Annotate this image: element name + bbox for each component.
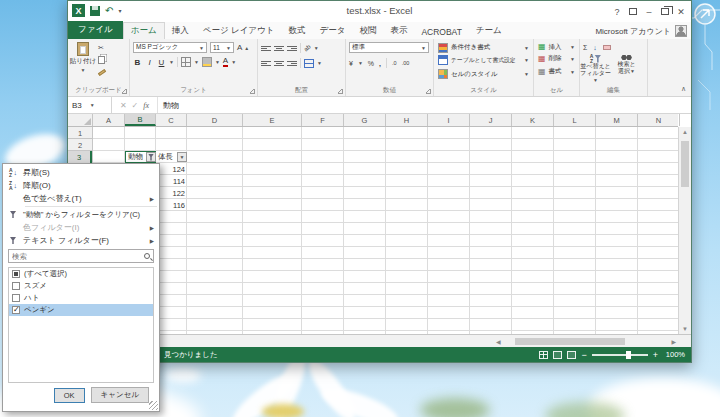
scroll-down-icon[interactable]: ▼	[679, 326, 691, 332]
user-avatar[interactable]	[675, 25, 687, 37]
suzume-checkbox[interactable]	[12, 282, 20, 290]
tab-file[interactable]: ファイル	[68, 21, 123, 39]
column-header-c[interactable]: C	[156, 114, 187, 126]
close-button[interactable]: ✕	[673, 7, 689, 17]
zoom-out-icon[interactable]: −	[581, 350, 586, 360]
formula-input[interactable]: 動物	[158, 97, 691, 113]
cancel-entry-icon[interactable]: ✕	[120, 101, 127, 110]
vertical-scrollbar[interactable]: ▲ ▼	[678, 127, 691, 334]
vertical-scroll-thumb[interactable]	[681, 141, 689, 187]
filter-item-hato[interactable]: ハト	[9, 292, 153, 304]
filter-search-input[interactable]	[8, 249, 154, 263]
column-header-e[interactable]: E	[243, 114, 302, 126]
column-header-g[interactable]: G	[344, 114, 386, 126]
hato-checkbox[interactable]	[12, 294, 20, 302]
bold-button[interactable]: B	[133, 58, 142, 67]
column-header-f[interactable]: F	[302, 114, 344, 126]
tab-review[interactable]: 校閲	[352, 23, 383, 39]
column-header-k[interactable]: K	[512, 114, 554, 126]
sheet-tab-strip[interactable]: ◀ ▶	[68, 334, 691, 347]
name-box-dropdown-icon[interactable]: ▼	[90, 102, 95, 108]
scroll-right-icon[interactable]: ▶	[671, 338, 676, 345]
column-header-l[interactable]: L	[554, 114, 596, 126]
format-cells-button[interactable]: ▦ 書式 ▼	[534, 65, 579, 78]
scroll-up-icon[interactable]: ▲	[679, 127, 691, 135]
cut-button[interactable]: ✂	[98, 43, 106, 53]
underline-button[interactable]: U	[157, 58, 166, 67]
collapse-ribbon-icon[interactable]: ∧	[681, 85, 686, 93]
column-header-d[interactable]: D	[187, 114, 243, 126]
row-header-3[interactable]: 3	[68, 151, 92, 163]
row-header-2[interactable]: 2	[68, 139, 92, 151]
tab-data[interactable]: データ	[312, 23, 352, 39]
column-header-a[interactable]: A	[93, 114, 125, 126]
alignment-dialog-launcher[interactable]	[338, 89, 343, 94]
page-break-view-icon[interactable]	[567, 351, 576, 359]
number-dialog-launcher[interactable]	[426, 89, 431, 94]
clipboard-dialog-launcher[interactable]	[122, 89, 127, 94]
row-header-1[interactable]: 1	[68, 127, 92, 139]
middle-align-button[interactable]	[274, 44, 284, 53]
column-header-h[interactable]: H	[386, 114, 428, 126]
help-button[interactable]: ?	[609, 7, 625, 17]
font-color-button[interactable]: A	[223, 57, 228, 67]
select-all-checkbox[interactable]	[12, 270, 20, 278]
sort-by-color-item[interactable]: 色で並べ替え(T) ▶	[3, 192, 159, 205]
orientation-button[interactable]: ab	[302, 42, 314, 54]
italic-button[interactable]: I	[145, 58, 154, 67]
zoom-slider-thumb[interactable]	[626, 351, 631, 359]
horizontal-scroll-thumb[interactable]	[515, 338, 625, 345]
decrease-decimal-button[interactable]: .00	[402, 58, 410, 68]
format-as-table-button[interactable]: テーブルとして書式設定 ▼	[434, 53, 533, 67]
top-align-button[interactable]	[261, 44, 271, 53]
zoom-level[interactable]: 100%	[663, 350, 685, 359]
borders-button[interactable]	[181, 57, 191, 67]
clear-filter-item[interactable]: "動物" からフィルターをクリア(C)	[3, 208, 159, 221]
restore-button[interactable]	[657, 8, 673, 15]
currency-format-button[interactable]: ¥	[349, 58, 353, 68]
delete-cells-button[interactable]: ▦ 削除 ▼	[534, 52, 579, 65]
tab-home[interactable]: ホーム	[123, 22, 165, 39]
underline-dropdown-icon[interactable]: ▼	[169, 59, 174, 65]
zoom-slider[interactable]	[592, 354, 648, 356]
clear-button[interactable]	[603, 42, 611, 52]
tab-page-layout[interactable]: ページ レイアウト	[196, 23, 282, 39]
zoom-in-icon[interactable]: +	[653, 350, 658, 360]
pengin-checkbox[interactable]	[12, 306, 20, 314]
font-dialog-launcher[interactable]	[250, 89, 255, 94]
page-layout-view-icon[interactable]	[553, 351, 562, 359]
grow-font-button[interactable]: A▲	[237, 43, 249, 53]
fill-button[interactable]: ↓	[593, 42, 597, 52]
text-filters-item[interactable]: テキスト フィルター(F) ▶	[3, 234, 159, 247]
resize-grip[interactable]	[149, 401, 158, 410]
conditional-formatting-button[interactable]: 条件付き書式 ▼	[434, 39, 533, 53]
format-painter-button[interactable]	[98, 67, 106, 77]
sort-ascending-item[interactable]: AZ↓ 昇順(S)	[3, 166, 159, 179]
column-header-m[interactable]: M	[596, 114, 638, 126]
paste-button[interactable]: 貼り付け ▼	[68, 39, 98, 77]
column-header-j[interactable]: J	[470, 114, 512, 126]
tab-view[interactable]: 表示	[383, 23, 414, 39]
column-header-i[interactable]: I	[428, 114, 470, 126]
cell-c4-value[interactable]: 124	[156, 165, 185, 174]
filter-item-pengin[interactable]: ペンギン	[9, 304, 153, 316]
column-header-b[interactable]: B	[125, 114, 156, 126]
align-right-button[interactable]	[287, 59, 297, 68]
tab-formulas[interactable]: 数式	[281, 23, 312, 39]
account-area[interactable]: Microsoft アカウント	[595, 25, 687, 37]
tab-insert[interactable]: 挿入	[165, 23, 196, 39]
filter-value-list[interactable]: (すべて選択) スズメ ハト ペンギン	[8, 267, 154, 383]
normal-view-icon[interactable]	[539, 351, 548, 359]
ribbon-display-options-button[interactable]	[625, 8, 641, 15]
sort-filter-button[interactable]: AZ 並べ替えと フィルター▼	[580, 54, 611, 84]
percent-style-button[interactable]: %	[368, 58, 374, 68]
autosum-button[interactable]: Σ	[583, 42, 587, 52]
scroll-left-icon[interactable]: ◀	[496, 338, 501, 345]
cell-styles-button[interactable]: セルのスタイル ▼	[434, 67, 533, 81]
align-center-button[interactable]	[274, 59, 284, 68]
comma-style-button[interactable]: ,	[379, 58, 381, 68]
bottom-align-button[interactable]	[287, 44, 297, 53]
name-box[interactable]: B3 ▼	[68, 97, 112, 113]
filter-item-select-all[interactable]: (すべて選択)	[9, 268, 153, 280]
cell-grid[interactable]: 動物 体長 ▼ 124 114 122 116	[93, 127, 678, 334]
